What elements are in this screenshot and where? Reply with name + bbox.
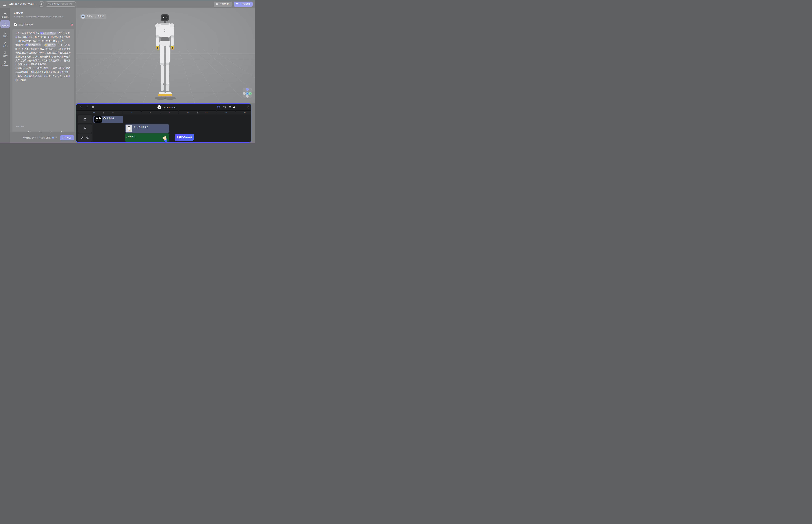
editor-text: 我们致力于创新，大力投资于研发，以突破人机协作和机器学习的界限。创新机器人公司助… xyxy=(15,67,70,81)
timeline-zoom-slider[interactable] xyxy=(233,107,248,108)
task-list-icon xyxy=(4,61,7,64)
remaining-gems-value: 300 xyxy=(32,137,36,139)
zoom-in-icon[interactable] xyxy=(247,106,249,109)
editor-text: 我们提供 xyxy=(15,44,25,46)
header-bar: A1机器人动作-我的项目1 保存时间 26/01/03 12:01 合成并保存 xyxy=(0,0,255,7)
generate-now-button[interactable]: 立即生成 xyxy=(60,135,74,141)
expression-clip-label: 害羞微笑 xyxy=(107,117,114,120)
panel-subtitle: 通过音频处理，生成音频素材以及融合动作和表情的音频编排素材 xyxy=(14,16,75,18)
z-axis-handle[interactable]: Z xyxy=(246,88,249,91)
sidebar-item-motion-library[interactable]: 动作库 xyxy=(0,40,10,48)
music-note-icon: ♪ xyxy=(126,136,127,138)
panel-title: 音频编排 xyxy=(14,12,23,15)
model-badge: 灵犀X2 | 青春版 xyxy=(80,14,106,19)
undo-button[interactable] xyxy=(80,106,83,108)
expression-tag[interactable]: ☺哈哈大笑(10s)× xyxy=(25,43,42,47)
tag-close-icon[interactable]: × xyxy=(39,44,40,46)
gem-icon xyxy=(52,136,54,139)
app-root: A1机器人动作-我的项目1 保存时间 26/01/03 12:01 合成并保存 xyxy=(0,0,255,143)
ruler-tick xyxy=(122,112,123,113)
play-audio-button[interactable] xyxy=(14,23,17,26)
runner-icon xyxy=(133,126,135,128)
editor-text: 这是一家全球领先的公司 xyxy=(15,32,39,34)
ruler-frame-label: 12f xyxy=(206,112,208,113)
arrangement-text-card: 这是一家全球领先的公司☺哈哈大笑(10s)×「专注于先进机器人系统的设计、制造和… xyxy=(12,29,74,138)
timeline-time-display: 00:00 / 00:30 xyxy=(163,106,176,109)
music-box-icon xyxy=(4,51,7,54)
axis-gizmo[interactable]: Z Y X xyxy=(243,87,252,98)
ruler-frame-label: 16f xyxy=(243,112,246,113)
tag-close-icon[interactable]: × xyxy=(54,44,55,46)
merge-save-button[interactable]: 合成并保存 xyxy=(214,2,232,7)
save-status: 保存时间 26/01/03 12:01 xyxy=(46,1,76,7)
sidebar-item-label: 动作模仿 xyxy=(2,16,9,18)
sidebar-item-audio-arrange[interactable]: 音频编排 xyxy=(0,20,10,28)
ruler-frame-label: 8f xyxy=(168,112,170,113)
ruler-frame-label: 6f xyxy=(150,112,151,113)
rail-separator xyxy=(93,114,93,142)
expression-thumbnail xyxy=(94,116,102,122)
fit-timeline-button[interactable] xyxy=(217,106,220,109)
sparkles-icon xyxy=(4,21,7,24)
model-avatar xyxy=(81,14,85,18)
model-separator: | xyxy=(95,15,96,18)
y-axis-handle[interactable]: Y xyxy=(246,92,249,95)
viewport-3d[interactable]: 灵犀X2 | 青春版 xyxy=(76,7,255,103)
sidebar-item-expression-library[interactable]: 表情库 xyxy=(0,31,10,38)
drag-hint-tooltip: 鼠标长按并拖拽 xyxy=(175,134,194,141)
zoom-slider-thumb[interactable] xyxy=(233,107,235,108)
char-count: 52 / 1,000 xyxy=(16,126,24,128)
tag-label: 哈哈大笑(10s) xyxy=(29,44,39,46)
timeline-play-button[interactable] xyxy=(157,105,161,109)
sidebar-item-label: 音频编排 xyxy=(2,25,9,27)
neg-z-axis-handle[interactable] xyxy=(246,95,249,98)
sidebar-nav: 动作模仿 音频编排 表情库 动作库 xyxy=(0,7,10,143)
redo-button[interactable] xyxy=(86,106,88,108)
zoom-out-icon[interactable] xyxy=(229,106,231,109)
expression-tag[interactable]: ☺哈哈大笑(10s)× xyxy=(40,32,56,35)
auto-scroll-button[interactable] xyxy=(223,106,226,109)
purple-bracket: 「 xyxy=(42,44,44,46)
x-axis-handle[interactable]: X xyxy=(249,92,252,95)
robot-face-icon xyxy=(4,32,7,35)
delete-clip-button[interactable] xyxy=(92,106,94,108)
sidebar-item-my-tasks[interactable]: 我的任务 xyxy=(0,60,10,68)
arrangement-editor[interactable]: 这是一家全球领先的公司☺哈哈大笑(10s)×「专注于先进机器人系统的设计、制造和… xyxy=(15,31,71,82)
sidebar-item-audio-library[interactable]: 音频库 xyxy=(0,50,10,58)
bottom-accent-strip xyxy=(0,143,255,143)
expression-tag-icon: ☺ xyxy=(26,44,28,46)
frame-ruler[interactable]: 0f2f4f6f8f10f12f14f16f xyxy=(77,111,251,114)
model-edition: 青春版 xyxy=(97,15,104,18)
audio-clip-label: 官方声音 xyxy=(128,135,135,138)
project-title: A1机器人动作-我的项目1 xyxy=(9,3,37,6)
motion-track-header[interactable] xyxy=(78,125,92,132)
robot-model[interactable] xyxy=(148,13,182,102)
save-time-label: 保存时间 xyxy=(52,3,60,5)
ruler-frame-label: 10f xyxy=(187,112,189,113)
expression-track-header[interactable] xyxy=(78,115,92,124)
neg-x-axis-handle[interactable] xyxy=(243,92,246,95)
yellow-bracket: 「 xyxy=(56,44,59,46)
app-logo-icon xyxy=(3,2,7,6)
deploy-label: 下发到设备 xyxy=(240,3,250,5)
ruler-frame-label: 2f xyxy=(112,112,114,113)
deploy-to-device-button[interactable]: 下发到设备 xyxy=(234,2,253,7)
remaining-gems-label: 剩余灵石 xyxy=(23,136,31,139)
editor-text: 用于物流和仓储的自主移动机器人 (AMR)，以及为医疗和酒店业量身定制的服务机器… xyxy=(15,48,71,66)
audio-track-header[interactable] xyxy=(78,133,92,142)
tag-close-icon[interactable]: × xyxy=(54,32,55,35)
ruler-frame-label: 4f xyxy=(131,112,132,113)
sidebar-item-motion-mimic[interactable]: 动作模仿 xyxy=(0,12,10,19)
expression-clip[interactable]: ☻ 害羞微笑 xyxy=(93,116,124,124)
rename-project-button[interactable] xyxy=(39,1,44,7)
ruler-tick xyxy=(197,112,198,113)
purple-bracket: 」 xyxy=(57,48,60,50)
motion-clip-label: 超帅走路姿势 xyxy=(136,126,148,128)
motion-clip[interactable]: 超帅走路姿势 xyxy=(125,125,169,132)
floppy-icon xyxy=(216,3,218,5)
delete-audio-icon[interactable] xyxy=(71,23,73,26)
action-tag[interactable]: ★弯腰(5s)× xyxy=(44,43,56,47)
purple-bracket: 」 xyxy=(46,36,48,38)
consume-gems-label: 本次消耗灵石 xyxy=(39,136,51,139)
consume-gems-value: 0 xyxy=(55,137,56,139)
